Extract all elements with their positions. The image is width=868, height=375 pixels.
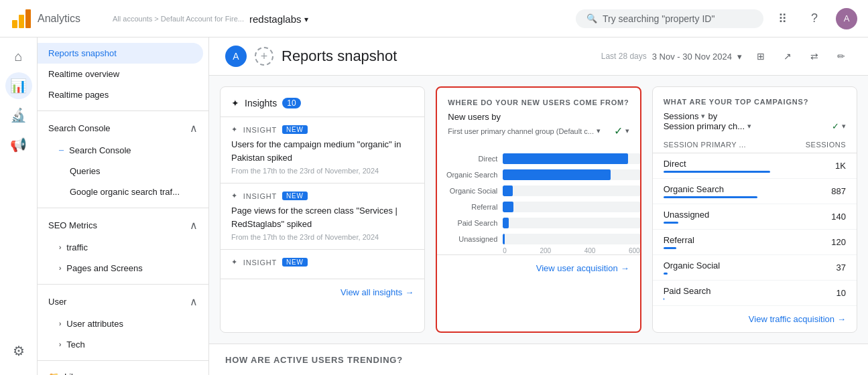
chevron-right-icon-3: › [59,320,61,327]
chevron-right-icon-2: › [59,265,61,272]
sidebar-item-queries[interactable]: Queries [38,161,203,181]
chevron-up-icon-3: ∧ [190,295,198,308]
sidebar-item-google-organic[interactable]: Google organic search traf... [38,181,203,202]
nav-reports[interactable]: 📊 [5,72,32,99]
sidebar-item-realtime-overview[interactable]: Realtime overview [38,64,203,84]
sidebar-item-library[interactable]: 📁 Library [38,366,203,375]
search-placeholder: Try searching "property ID" [603,13,715,24]
sidebar-item-user-attributes[interactable]: › User attributes [38,313,203,334]
bottom-banner: HOW ARE ACTIVE USERS TRENDING? [209,344,868,375]
session-channel: Organic Social [653,255,781,281]
user-avatar[interactable]: A [836,8,857,29]
sidebar-section-user[interactable]: User ∧ [38,290,208,313]
edit-icon[interactable]: ✏ [830,46,852,67]
sidebar-section-seo-metrics[interactable]: SEO Metrics ∧ [38,214,208,237]
page-actions: ⊞ ↗ ⇄ ✏ [750,46,852,67]
sidebar-divider-1 [38,110,208,111]
check-icon: ✓ [614,125,623,137]
chevron-up-icon: ∧ [190,122,198,135]
table-row: Organic Search 887 [653,179,857,204]
more-icon[interactable]: ▾ [625,127,629,135]
sessions-section-label: WHAT ARE YOUR TOP CAMPAIGNS? [664,98,809,106]
sidebar-item-traffic[interactable]: › traffic [38,237,203,258]
chart-subtitle[interactable]: First user primary channel group (Defaul… [448,125,629,137]
account-selector[interactable]: redstaglabs ▾ [249,13,308,25]
apps-icon[interactable]: ⠿ [771,8,793,29]
bar-track [503,153,639,164]
bar-fill [503,234,505,244]
table-row: Paid Search 10 [653,281,857,306]
arrow-right-icon-2: → [621,263,629,273]
logo-area: Analytics [11,8,105,29]
bar-inline [664,196,757,198]
col-session-primary: SESSION PRIMARY ... [653,137,781,153]
view-all-insights-link[interactable]: View all insights → [221,279,424,305]
bar-label: Paid Search [437,219,497,227]
table-row: Unassigned 140 [653,204,857,230]
add-report-button[interactable]: + [255,47,273,66]
sidebar-item-pages-and-screens[interactable]: › Pages and Screens [38,258,203,279]
bar-track [503,218,639,228]
chevron-right-icon: › [59,244,61,251]
leftnav-icons: ⌂ 📊 🔬 📢 ⚙ [0,38,38,375]
dropdown-small-icon-2[interactable]: ▾ [747,122,751,131]
bar-chart: Direct Organic Search Organic Social Ref… [437,153,639,244]
insights-card: ✦ Insights 10 ✦ INSIGHT New Users for th… [220,86,425,333]
sidebar-divider-4 [38,360,208,361]
bar-label: Organic Search [437,171,497,179]
nav-configure[interactable]: ⚙ [5,338,32,364]
nav-advertising[interactable]: 📢 [5,131,32,158]
page-title: Reports snapshot [282,48,593,65]
session-count: 37 [781,255,857,281]
insight-date-2: From the 17th to the 23rd of November, 2… [231,233,414,241]
bar-track [503,202,639,212]
session-channel: Referral [653,230,781,255]
insight-item-1: ✦ INSIGHT New Users for the campaign med… [221,117,424,183]
page-avatar: A [225,46,247,67]
nav-explore[interactable]: 🔬 [5,102,32,129]
bar-fill [503,218,509,228]
sparkle-icon-3: ✦ [231,192,238,200]
arrow-right-icon: → [405,287,414,297]
check-icon-2: ✓ [832,121,839,131]
table-row: Organic Social 37 [653,255,857,281]
svg-rect-1 [19,15,24,28]
search-bar[interactable]: 🔍 Try searching "property ID" [576,9,763,28]
cards-area: ✦ Insights 10 ✦ INSIGHT New Users for th… [209,76,868,344]
compare-icon[interactable]: ⇄ [804,46,825,67]
date-range-selector[interactable]: Last 28 days 3 Nov - 30 Nov 2024 ▾ [601,52,742,62]
search-icon: 🔍 [586,13,597,23]
nav-home[interactable]: ⌂ [5,43,32,70]
sessions-title-area: Sessions ▾ by Session primary ch... ▾ ✓ … [653,111,857,137]
session-count: 120 [781,230,857,255]
session-channel: Organic Search [653,179,781,204]
dropdown-icon: ▾ [304,15,308,24]
bar-row: Direct [437,153,639,164]
topbar: Analytics All accounts > Default Account… [0,0,868,38]
view-user-acquisition-link[interactable]: View user acquisition → [437,254,639,281]
sidebar-section-search-console[interactable]: Search Console ∧ [38,117,208,140]
sidebar-item-reports-snapshot[interactable]: Reports snapshot [38,43,203,64]
view-traffic-acquisition-link[interactable]: View traffic acquisition → [653,306,857,332]
new-badge-1: New [282,125,308,134]
bar-row: Organic Social [437,185,639,196]
bar-inline [664,171,770,173]
dropdown-small-icon[interactable]: ▾ [701,112,705,121]
sidebar-item-search-console[interactable]: ─ Search Console [38,140,203,161]
session-count: 1K [781,153,857,179]
sessions-card: WHAT ARE YOUR TOP CAMPAIGNS? Sessions ▾ … [652,86,857,333]
share-icon[interactable]: ↗ [777,46,798,67]
sessions-table: SESSION PRIMARY ... SESSIONS Direct 1K O… [653,137,857,306]
breadcrumb-area: All accounts > Default Account for Fire.… [113,12,568,25]
new-badge-2: New [282,192,308,200]
dropdown-arrow-icon: ▾ [597,127,601,135]
sidebar-item-realtime-pages[interactable]: Realtime pages [38,84,203,105]
arrow-right-icon-3: → [837,314,846,324]
layout-icon[interactable]: ⊞ [750,46,771,67]
sidebar-item-tech[interactable]: › Tech [38,334,203,355]
chart-section-label: WHERE DO YOUR NEW USERS COME FROM? [437,88,639,112]
svg-rect-2 [25,9,31,28]
help-icon[interactable]: ? [804,8,825,29]
session-count: 10 [781,281,857,306]
more-icon-2[interactable]: ▾ [842,122,846,131]
